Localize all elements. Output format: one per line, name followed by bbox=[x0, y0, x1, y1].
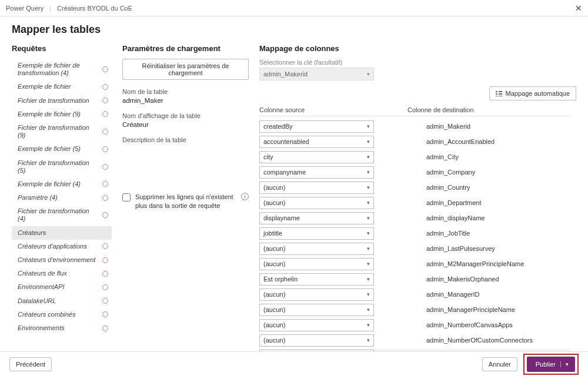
mapping-row: (aucun)▾admin_M2ManagerPrincipleName bbox=[259, 257, 570, 270]
source-select[interactable]: displayname▾ bbox=[259, 212, 374, 224]
source-select-value: displayname bbox=[263, 214, 300, 221]
destination-value: admin_LastPulsesurvey bbox=[393, 245, 570, 252]
query-item[interactable]: Exemple de fichier (9) bbox=[12, 108, 112, 121]
source-select[interactable]: city▾ bbox=[259, 151, 374, 163]
footer: Précédent Annuler Publier ▾ bbox=[0, 351, 588, 376]
key-select[interactable]: admin_Makerid ▾ bbox=[259, 68, 374, 80]
chevron-down-icon: ▾ bbox=[367, 276, 370, 282]
automap-button[interactable]: Mappage automatique bbox=[489, 86, 576, 100]
source-select[interactable]: Est orphelin▾ bbox=[259, 273, 374, 286]
destination-value: admin_MakerisOrphaned bbox=[393, 276, 570, 283]
query-item[interactable]: Créateurs d'environnement bbox=[12, 253, 112, 267]
mapping-row: (aucun)▾admin_NumberofCanvasApps bbox=[259, 318, 570, 331]
main: Requêtes Exemple de fichier de transform… bbox=[0, 41, 588, 351]
query-item[interactable]: Paramètre (4) bbox=[12, 191, 112, 204]
query-item[interactable]: Fichier de transformation bbox=[12, 94, 112, 108]
back-button[interactable]: Précédent bbox=[9, 357, 52, 371]
query-item-label: Environnements bbox=[18, 324, 65, 332]
close-icon[interactable]: ✕ bbox=[575, 4, 582, 13]
source-select[interactable]: (aucun)▾ bbox=[259, 182, 374, 194]
query-item[interactable]: Exemple de fichier de transformation (4) bbox=[12, 59, 112, 80]
chevron-down-icon[interactable]: ▾ bbox=[560, 361, 569, 367]
source-select[interactable]: (aucun)▾ bbox=[259, 243, 374, 255]
source-select[interactable]: (aucun)▾ bbox=[259, 258, 374, 270]
source-select[interactable]: companyname▾ bbox=[259, 166, 374, 179]
destination-value: admin_ManagerID bbox=[393, 291, 570, 298]
cancel-button[interactable]: Annuler bbox=[482, 357, 517, 371]
query-item-label: EnvironmentAPI bbox=[18, 283, 64, 291]
destination-value: admin_JobTitle bbox=[393, 230, 570, 237]
chevron-down-icon: ▾ bbox=[367, 184, 370, 190]
info-icon[interactable]: i bbox=[241, 193, 249, 200]
source-select[interactable]: jobtitle▾ bbox=[259, 227, 374, 240]
status-circle-icon bbox=[102, 98, 108, 103]
query-item[interactable]: Environnements bbox=[12, 321, 112, 335]
mapping-row: displayname▾admin_displayName bbox=[259, 212, 570, 224]
status-circle-icon bbox=[102, 111, 108, 117]
source-select[interactable]: (aucun)▾ bbox=[259, 304, 374, 316]
source-select[interactable]: (aucun)▾ bbox=[259, 334, 374, 347]
query-item[interactable]: Fichier de transformation (4) bbox=[12, 204, 112, 226]
query-item[interactable]: Exemple de fichier (5) bbox=[12, 142, 112, 156]
mapping-header: Mappage de colonnes bbox=[259, 44, 576, 53]
query-item-label: Fichier de transformation bbox=[18, 97, 89, 105]
mapping-row: (aucun)▾admin_Country bbox=[259, 181, 570, 194]
source-select-value: createdBy bbox=[263, 123, 293, 130]
context-title: Créateurs BYODL du CoE bbox=[57, 5, 132, 12]
query-item-label: Exemple de fichier de transformation (4) bbox=[18, 62, 99, 77]
query-item[interactable]: Exemple de fichier (4) bbox=[12, 177, 112, 191]
query-item[interactable]: Exemple de fichier bbox=[12, 80, 112, 93]
query-item[interactable]: Fichier de transformation (9) bbox=[12, 121, 112, 142]
destination-value: admin_NumberOfCustomConnectors bbox=[393, 337, 570, 344]
source-select-value: city bbox=[263, 153, 273, 160]
query-item[interactable]: Créateurs bbox=[12, 226, 112, 240]
mapping-row: (aucun)▾admin_ManagerID bbox=[259, 288, 570, 301]
status-circle-icon bbox=[102, 164, 108, 170]
mapping-row: Est orphelin▾admin_MakerisOrphaned bbox=[259, 273, 570, 286]
chevron-down-icon: ▾ bbox=[367, 154, 370, 160]
query-item[interactable]: Fichier de transformation (5) bbox=[12, 156, 112, 177]
chevron-down-icon: ▾ bbox=[367, 322, 370, 328]
source-select[interactable]: (aucun)▾ bbox=[259, 288, 374, 301]
source-select[interactable]: (aucun)▾ bbox=[259, 319, 374, 331]
source-select[interactable]: (aucun)▾ bbox=[259, 350, 374, 352]
destination-value: admin_Company bbox=[393, 169, 570, 176]
query-item[interactable]: EnvironmentAPI bbox=[12, 280, 112, 294]
query-item[interactable]: Créateurs combinés bbox=[12, 308, 112, 321]
source-select-value: jobtitle bbox=[263, 230, 282, 237]
status-circle-icon bbox=[102, 146, 108, 152]
mapping-row: city▾admin_City bbox=[259, 150, 570, 163]
query-item-label: Exemple de fichier (5) bbox=[18, 145, 81, 153]
chevron-down-icon: ▾ bbox=[367, 169, 370, 175]
query-item-label: Exemple de fichier bbox=[18, 83, 71, 90]
destination-value: admin_M2ManagerPrincipleName bbox=[393, 260, 570, 267]
query-item-label: Créateurs bbox=[18, 229, 46, 237]
source-select[interactable]: (aucun)▾ bbox=[259, 197, 374, 209]
chevron-down-icon: ▾ bbox=[367, 71, 370, 77]
source-select[interactable]: createdBy▾ bbox=[259, 120, 374, 133]
status-circle-icon bbox=[102, 181, 108, 187]
query-item-label: Fichier de transformation (9) bbox=[18, 124, 99, 139]
status-circle-icon bbox=[102, 129, 108, 135]
source-select-value: (aucun) bbox=[263, 260, 285, 267]
source-select-value: (aucun) bbox=[263, 321, 285, 328]
source-select-value: (aucun) bbox=[263, 337, 285, 344]
params-header: Paramètres de chargement bbox=[122, 44, 249, 53]
mapping-row: (aucun)▾admin_NumberOfEnvironments bbox=[259, 349, 570, 351]
display-name-label: Nom d'affichage de la table bbox=[122, 112, 249, 119]
source-select[interactable]: accountenabled▾ bbox=[259, 136, 374, 148]
sidebar-header: Requêtes bbox=[12, 44, 112, 53]
description-label: Description de la table bbox=[122, 136, 249, 143]
query-item-label: Paramètre (4) bbox=[18, 194, 58, 202]
query-item[interactable]: Créateurs de flux bbox=[12, 267, 112, 280]
query-item[interactable]: DatalakeURL bbox=[12, 294, 112, 308]
status-circle-icon bbox=[102, 311, 108, 317]
chevron-down-icon: ▾ bbox=[367, 246, 370, 251]
delete-missing-rows-checkbox[interactable] bbox=[122, 193, 131, 202]
query-item-label: DatalakeURL bbox=[18, 297, 56, 305]
publish-button[interactable]: Publier ▾ bbox=[527, 357, 575, 372]
reset-params-button[interactable]: Réinitialiser les paramètres de chargeme… bbox=[122, 59, 249, 80]
query-item[interactable]: Créateurs d'applications bbox=[12, 240, 112, 253]
destination-value: admin_Department bbox=[393, 199, 570, 206]
mapping-row: (aucun)▾admin_ManagerPrincipleName bbox=[259, 303, 570, 316]
